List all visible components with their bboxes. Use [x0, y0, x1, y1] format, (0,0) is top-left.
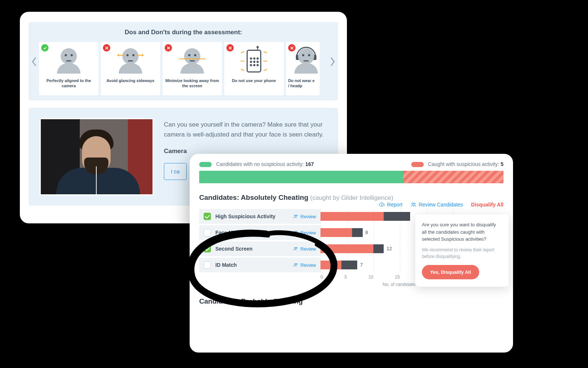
people-icon: [410, 202, 416, 207]
phone-icon: [247, 50, 261, 72]
guideline-caption: Do not use your phone: [226, 78, 282, 83]
check-icon: [41, 44, 49, 52]
proctoring-report-card: Candidates with no suspicious activity: …: [190, 154, 513, 353]
people-icon: [293, 263, 298, 267]
confirm-disqualify-button[interactable]: Yes, Disqualify All: [422, 265, 479, 280]
carousel-prev-button[interactable]: [32, 57, 37, 66]
svg-point-6: [294, 247, 296, 249]
checkbox[interactable]: [204, 245, 211, 252]
section-actions: Report Review Candidates Disqualify All: [379, 202, 503, 208]
svg-point-2: [294, 215, 296, 216]
guideline-card-aligned: Perfectly aligned to the camera: [39, 42, 98, 95]
review-link[interactable]: Review: [293, 214, 316, 219]
legend-caught: Caught with suspicious activity: 5: [411, 161, 503, 167]
guideline-card-headphones: Do not wear e/ headp: [286, 42, 320, 95]
guideline-card-phone: Do not use your phone: [224, 42, 284, 95]
people-icon: [293, 230, 298, 235]
person-looking-away-icon: [178, 48, 207, 74]
guideline-card-looking-away: Minimize looking away from the screen: [162, 42, 222, 95]
people-icon: [293, 247, 298, 251]
legend-pill-green-icon: [199, 162, 212, 167]
camera-confirm-button[interactable]: I ca: [164, 163, 187, 180]
review-candidates-link[interactable]: Review Candidates: [410, 202, 463, 208]
checkbox[interactable]: [204, 213, 211, 220]
cloud-download-icon: [379, 202, 385, 208]
section-title-absolutely-cheating: Candidates: Absolutely Cheating (caught …: [199, 194, 503, 202]
person-glancing-icon: [116, 48, 145, 74]
dos-donts-row: Perfectly aligned to the camera Avoid gl…: [29, 42, 338, 95]
disqualify-all-link[interactable]: Disqualify All: [471, 202, 503, 208]
legend-pill-red-icon: [411, 162, 424, 167]
review-link[interactable]: Review: [293, 230, 316, 236]
checkbox[interactable]: [204, 261, 211, 269]
checkbox[interactable]: [204, 229, 211, 236]
review-link[interactable]: Review: [293, 246, 316, 252]
svg-point-7: [296, 247, 298, 249]
cross-icon: [226, 44, 234, 52]
report-link[interactable]: Report: [379, 202, 402, 208]
guideline-caption: Do not wear e/ headp: [288, 78, 318, 89]
chart-row-label[interactable]: Second Screen Review: [199, 241, 320, 256]
review-link[interactable]: Review: [293, 262, 316, 268]
chart-row-label[interactable]: Face Match Review: [199, 225, 320, 240]
chart-row-label[interactable]: ID Match Review: [199, 258, 320, 272]
disqualify-confirm-popover: Are you sure you want to disqualify all …: [415, 215, 509, 287]
person-avatar-icon: [54, 48, 83, 74]
person-headphones-icon: [294, 48, 318, 74]
svg-point-3: [296, 215, 298, 216]
svg-point-4: [294, 231, 296, 233]
cross-icon: [165, 44, 172, 52]
guideline-caption: Perfectly aligned to the camera: [41, 78, 96, 89]
people-icon: [293, 214, 298, 219]
popover-recommendation: We recommend to review their report befo…: [422, 247, 502, 260]
camera-preview: [40, 118, 154, 195]
dos-and-donts-panel: Dos and Don'ts during the assessment: Pe…: [29, 22, 338, 100]
svg-point-0: [412, 203, 413, 204]
overall-activity-bar: [199, 171, 503, 183]
section-title-probably-cheating: Candidates: Probably Cheating: [199, 297, 503, 305]
svg-point-9: [296, 263, 298, 265]
carousel-next-button[interactable]: [330, 57, 335, 66]
dos-donts-title: Dos and Don'ts during the assessment:: [29, 29, 338, 36]
popover-question: Are you sure you want to disqualify all …: [422, 221, 502, 243]
legend-no-suspicious: Candidates with no suspicious activity: …: [199, 161, 314, 167]
svg-point-8: [294, 263, 296, 265]
svg-point-1: [414, 203, 415, 204]
chart-row-label[interactable]: High Suspicious Activity Review: [199, 209, 320, 224]
cross-icon: [103, 44, 110, 52]
guideline-caption: Avoid glancing sideways: [103, 78, 158, 83]
guideline-card-glancing: Avoid glancing sideways: [101, 42, 160, 95]
legend-row: Candidates with no suspicious activity: …: [199, 161, 503, 167]
svg-point-5: [296, 231, 298, 233]
guideline-caption: Minimize looking away from the screen: [165, 78, 220, 89]
